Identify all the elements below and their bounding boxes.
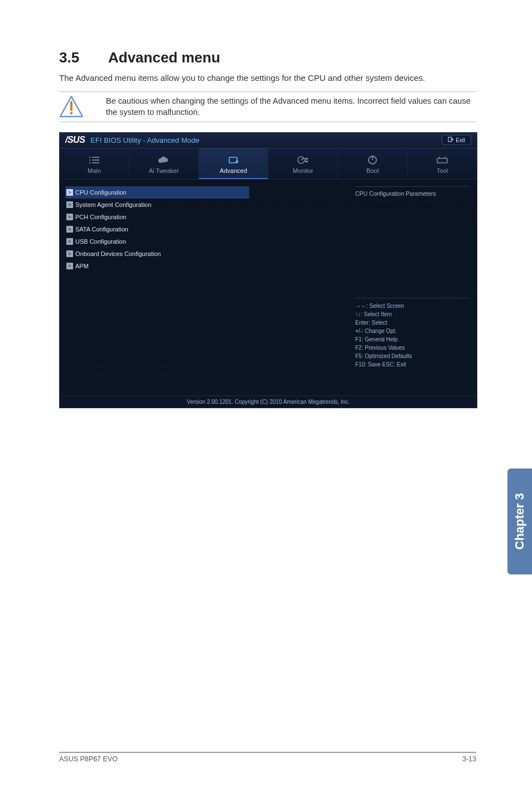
right-panel-help: →←: Select Screen ↑↓: Select Item Enter:…	[355, 298, 470, 369]
menu-item-label: Onboard Devices Configuration	[75, 250, 161, 257]
menu-item-label: USB Configuration	[75, 238, 126, 245]
section-number: 3.5	[59, 49, 108, 66]
power-icon	[367, 155, 378, 165]
tab-tool[interactable]: Tool	[408, 148, 477, 179]
bios-menu-list: > CPU Configuration > System Agent Confi…	[60, 180, 349, 385]
svg-rect-15	[305, 158, 308, 160]
caution-note: Be cautious when changing the settings o…	[59, 91, 476, 122]
svg-point-2	[70, 112, 73, 115]
tab-boot[interactable]: Boot	[338, 148, 408, 179]
page-footer-right: 3-13	[462, 755, 476, 763]
svg-line-14	[301, 158, 303, 160]
page-footer: ASUS P8P67 EVO 3-13	[59, 752, 476, 763]
menu-onboard-devices-configuration[interactable]: > Onboard Devices Configuration	[65, 248, 349, 260]
bios-title: EFI BIOS Utility - Advanced Mode	[90, 136, 199, 144]
help-line: F2: Previous Values	[355, 344, 470, 352]
tab-advanced[interactable]: i Advanced	[199, 148, 269, 179]
chevron-right-icon: >	[66, 226, 73, 233]
menu-item-label: SATA Configuration	[75, 226, 128, 233]
menu-system-agent-configuration[interactable]: > System Agent Configuration	[65, 199, 349, 211]
tab-main[interactable]: Main	[60, 148, 129, 179]
help-line: F1: General Help	[355, 335, 470, 344]
monitor-icon	[297, 155, 309, 165]
tab-tool-label: Tool	[437, 167, 448, 174]
menu-sata-configuration[interactable]: > SATA Configuration	[65, 223, 349, 235]
chevron-right-icon: >	[66, 263, 73, 269]
exit-button[interactable]: Exit	[442, 135, 471, 145]
menu-usb-configuration[interactable]: > USB Configuration	[65, 235, 349, 248]
cloud-icon	[157, 155, 171, 165]
tab-ai-tweaker-label: Ai Tweaker	[149, 167, 179, 174]
menu-pch-configuration[interactable]: > PCH Configuration	[65, 211, 349, 223]
menu-item-label: APM	[75, 263, 89, 269]
bios-titlebar: /SUS EFI BIOS Utility - Advanced Mode Ex…	[60, 133, 477, 148]
menu-item-label: PCH Configuration	[75, 214, 127, 220]
chip-icon: i	[228, 155, 240, 165]
exit-label: Exit	[456, 137, 465, 143]
help-line: F5: Optimized Defaults	[355, 352, 470, 360]
chevron-right-icon: >	[66, 189, 73, 196]
menu-apm[interactable]: > APM	[65, 260, 349, 272]
menu-item-label: CPU Configuration	[75, 189, 127, 196]
tool-icon	[436, 155, 448, 165]
caution-icon	[59, 95, 84, 118]
chapter-side-tab-label: Chapter 3	[512, 493, 527, 549]
tab-main-label: Main	[88, 167, 101, 174]
tab-boot-label: Boot	[366, 167, 379, 174]
help-line: →←: Select Screen	[355, 302, 470, 310]
chevron-right-icon: >	[66, 201, 73, 208]
bios-tab-row: Main Ai Tweaker i Advanced Monitor Boot …	[60, 148, 477, 180]
menu-item-label: System Agent Configuration	[75, 201, 151, 208]
right-panel-description: CPU Configuration Parameters	[355, 186, 470, 298]
bios-panel: /SUS EFI BIOS Utility - Advanced Mode Ex…	[59, 132, 477, 408]
tab-advanced-label: Advanced	[220, 167, 247, 174]
help-line: ↑↓: Select Item	[355, 310, 470, 318]
section-title: Advanced menu	[108, 49, 220, 66]
exit-icon	[448, 137, 453, 143]
help-line: +/-: Change Opt.	[355, 327, 470, 335]
section-heading: 3.5Advanced menu	[59, 49, 476, 66]
page-footer-left: ASUS P8P67 EVO	[59, 755, 118, 763]
asus-logo-icon: /SUS	[65, 135, 85, 145]
help-line: F10: Save ESC: Exit	[355, 360, 470, 369]
chevron-right-icon: >	[66, 250, 73, 257]
chevron-right-icon: >	[66, 238, 73, 245]
svg-rect-16	[305, 161, 308, 162]
help-line: Enter: Select	[355, 318, 470, 327]
svg-rect-19	[437, 158, 447, 163]
menu-cpu-configuration[interactable]: > CPU Configuration	[65, 186, 249, 199]
tab-monitor-label: Monitor	[293, 167, 313, 174]
svg-text:i: i	[237, 160, 238, 163]
bios-footer: Version 2.00.1201. Copyright (C) 2010 Am…	[60, 395, 477, 408]
chapter-side-tab: Chapter 3	[507, 468, 532, 574]
intro-text: The Advanced menu items allow you to cha…	[59, 72, 476, 84]
tab-monitor[interactable]: Monitor	[268, 148, 338, 179]
chevron-right-icon: >	[66, 214, 73, 220]
list-icon	[88, 155, 100, 165]
caution-text: Be cautious when changing the settings o…	[106, 95, 476, 118]
tab-ai-tweaker[interactable]: Ai Tweaker	[129, 148, 199, 179]
